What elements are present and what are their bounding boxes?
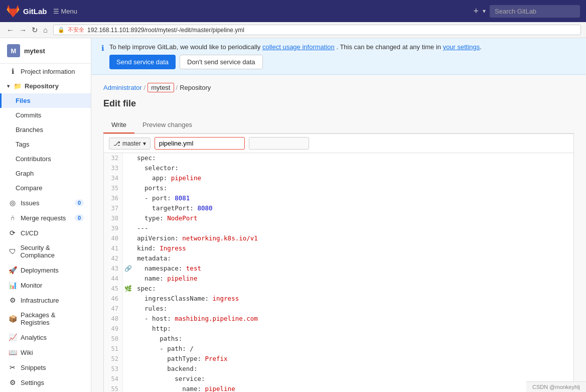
sidebar-label-contributors: Contributors	[16, 155, 51, 163]
project-header[interactable]: M mytest	[0, 38, 91, 64]
tab-write[interactable]: Write	[103, 117, 134, 134]
code-line-54: 54 service:	[104, 374, 573, 384]
settings-link[interactable]: your settings	[443, 43, 480, 51]
sidebar-item-analytics[interactable]: 📈 Analytics	[0, 330, 91, 345]
code-line-38: 38 type: NodePort	[104, 213, 573, 223]
browser-nav-buttons: ← → ↻ ⌂	[5, 26, 49, 35]
sidebar-item-graph[interactable]: Graph	[0, 166, 91, 181]
sidebar-label-compare: Compare	[16, 184, 42, 192]
code-line-47: 47 rules:	[104, 304, 573, 314]
security-lock-icon: 🔒	[58, 27, 65, 33]
code-line-34: 34 app: pipeline	[104, 173, 573, 183]
forward-button[interactable]: →	[18, 26, 28, 35]
new-item-button[interactable]: +	[473, 6, 479, 17]
sidebar-label-deployments: Deployments	[21, 267, 59, 274]
code-editor[interactable]: 32 spec: 33 selector: 34 ap	[103, 153, 574, 392]
back-button[interactable]: ←	[5, 26, 16, 35]
send-service-data-button[interactable]: Send service data	[109, 55, 176, 69]
sidebar-item-packages[interactable]: 📦 Packages & Registries	[0, 308, 91, 330]
sidebar-item-issues[interactable]: ◎ Issues 0	[0, 195, 91, 210]
sidebar-label-monitor: Monitor	[21, 282, 42, 289]
project-name: mytest	[24, 47, 45, 55]
wiki-icon: 📖	[9, 348, 17, 356]
sidebar-item-merge-requests[interactable]: ⑃ Merge requests 0	[0, 210, 91, 225]
deployments-icon: 🚀	[9, 266, 17, 274]
footer-hint: CSDN @monkeyhlj	[526, 381, 586, 392]
usage-info-link[interactable]: collect usage information	[262, 43, 335, 51]
settings-icon: ⚙	[9, 378, 17, 386]
code-line-37: 37 targetPort: 8080	[104, 203, 573, 213]
breadcrumb-sep1: /	[144, 84, 146, 91]
menu-button[interactable]: ☰ Menu	[53, 8, 78, 15]
filename-input[interactable]	[155, 137, 245, 150]
sidebar-item-tags[interactable]: Tags	[0, 137, 91, 152]
editor-toolbar: ⎇ master ▾	[103, 134, 574, 153]
security-icon: 🛡	[9, 247, 16, 255]
chevron-down-icon: ▾	[483, 8, 486, 15]
code-line-46: 46 ingressClassName: ingress	[104, 294, 573, 304]
tab-preview[interactable]: Preview changes	[134, 117, 200, 134]
home-button[interactable]: ⌂	[42, 26, 49, 35]
banner-text: To help improve GitLab, we would like to…	[109, 43, 576, 69]
url-bar[interactable]: 🔒 不安全 192.168.11.101:8929/root/mytest/-/…	[53, 25, 581, 35]
gitlab-logo[interactable]: GitLab	[6, 4, 47, 18]
breadcrumb-repo: Repository	[180, 84, 211, 91]
sidebar-label-infrastructure: Infrastructure	[21, 297, 59, 304]
branch-name: master	[122, 140, 141, 147]
sidebar-item-contributors[interactable]: Contributors	[0, 152, 91, 166]
sidebar-item-infrastructure[interactable]: ⚙ Infrastructure	[0, 293, 91, 308]
sidebar-label-security: Security & Compliance	[20, 244, 84, 259]
banner-buttons: Send service data Don't send service dat…	[109, 55, 576, 69]
sidebar-item-files[interactable]: Files	[0, 93, 91, 108]
security-label: 不安全	[68, 26, 84, 34]
breadcrumb-admin[interactable]: Administrator	[103, 84, 142, 91]
sidebar-item-deployments[interactable]: 🚀 Deployments	[0, 263, 91, 278]
global-search-input[interactable]	[490, 5, 580, 18]
sidebar-item-repository[interactable]: ▾ 📁 Repository	[0, 79, 91, 93]
dont-send-service-data-button[interactable]: Don't send service data	[180, 55, 262, 69]
sidebar-label-analytics: Analytics	[21, 334, 47, 341]
branch-icon: ⎇	[113, 140, 120, 147]
footer-text: CSDN @monkeyhlj	[532, 384, 580, 390]
sidebar-item-branches[interactable]: Branches	[0, 122, 91, 137]
path-input[interactable]	[249, 137, 309, 150]
code-line-33: 33 selector:	[104, 163, 573, 173]
sidebar-item-snippets[interactable]: ✂ Snippets	[0, 360, 91, 375]
branch-selector[interactable]: ⎇ master ▾	[109, 138, 151, 150]
page-content: Administrator / mytest / Repository Edit…	[91, 75, 586, 392]
code-line-43: 43 🔗 namespace: test	[104, 264, 573, 274]
sidebar-label-packages: Packages & Registries	[21, 311, 84, 326]
breadcrumb: Administrator / mytest / Repository	[103, 83, 574, 92]
sidebar-label-snippets: Snippets	[21, 364, 46, 371]
packages-icon: 📦	[9, 315, 17, 323]
info-banner: ℹ To help improve GitLab, we would like …	[91, 38, 586, 75]
sidebar-item-wiki[interactable]: 📖 Wiki	[0, 345, 91, 360]
code-line-44: 44 name: pipeline	[104, 274, 573, 284]
repository-icon: 📁	[14, 82, 22, 90]
sidebar-label-branches: Branches	[16, 126, 43, 134]
sidebar-item-security[interactable]: 🛡 Security & Compliance	[0, 240, 91, 263]
code-line-55: 55 name: pipeline	[104, 384, 573, 392]
chevron-right-icon: ▾	[7, 83, 10, 89]
code-line-35: 35 ports:	[104, 183, 573, 193]
topnav-right: + ▾	[473, 5, 580, 18]
sidebar-item-settings[interactable]: ⚙ Settings	[0, 375, 91, 390]
sidebar-item-project-info[interactable]: ℹ Project information	[0, 64, 91, 79]
code-line-36: 36 - port: 8081	[104, 193, 573, 203]
sidebar-item-compare[interactable]: Compare	[0, 181, 91, 195]
sidebar-label-commits: Commits	[16, 111, 41, 119]
code-line-48: 48 - host: mashibing.pipeline.com	[104, 314, 573, 324]
code-line-45: 45 🌿 spec:	[104, 284, 573, 294]
sidebar-item-cicd[interactable]: ⟳ CI/CD	[0, 225, 91, 240]
reload-button[interactable]: ↻	[30, 26, 40, 35]
sidebar-label-issues: Issues	[21, 199, 40, 207]
issues-icon: ◎	[9, 199, 17, 207]
sidebar-item-monitor[interactable]: 📊 Monitor	[0, 278, 91, 293]
sidebar-label-project-info: Project information	[21, 68, 75, 75]
hamburger-icon: ☰	[53, 8, 59, 15]
sidebar-item-commits[interactable]: Commits	[0, 108, 91, 122]
monitor-icon: 📊	[9, 281, 17, 289]
sidebar: M mytest ℹ Project information ▾ 📁 Repos…	[0, 38, 91, 392]
code-lines: 32 spec: 33 selector: 34 ap	[104, 153, 573, 392]
url-text: 192.168.11.101:8929/root/mytest/-/edit/m…	[87, 27, 244, 34]
